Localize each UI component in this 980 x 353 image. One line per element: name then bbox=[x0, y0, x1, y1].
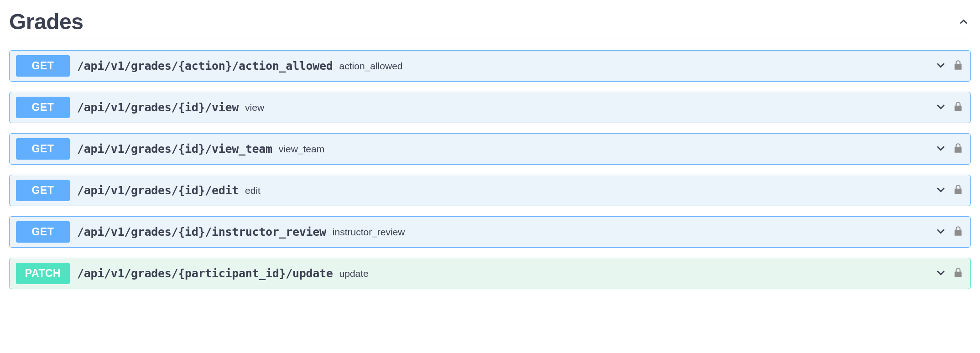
endpoint-path: /api/v1/grades/{id}/instructor_review bbox=[77, 225, 326, 239]
endpoint-row[interactable]: GET/api/v1/grades/{action}/action_allowe… bbox=[9, 50, 971, 82]
endpoint-path: /api/v1/grades/{action}/action_allowed bbox=[77, 59, 333, 73]
endpoint-path: /api/v1/grades/{id}/view bbox=[77, 101, 239, 114]
method-badge: GET bbox=[16, 97, 70, 118]
unlock-icon[interactable] bbox=[952, 267, 964, 280]
method-badge: GET bbox=[16, 138, 70, 160]
section-title: Grades bbox=[9, 9, 83, 34]
endpoint-path: /api/v1/grades/{id}/edit bbox=[77, 184, 239, 197]
endpoint-description: edit bbox=[245, 185, 261, 196]
chevron-down-icon[interactable] bbox=[934, 183, 948, 198]
unlock-icon[interactable] bbox=[952, 142, 964, 156]
endpoint-path: /api/v1/grades/{participant_id}/update bbox=[77, 267, 333, 280]
endpoint-path: /api/v1/grades/{id}/view_team bbox=[77, 142, 272, 156]
unlock-icon[interactable] bbox=[952, 101, 964, 114]
section-header[interactable]: Grades bbox=[9, 9, 971, 40]
endpoint-description: view bbox=[245, 102, 264, 113]
endpoint-description: view_team bbox=[279, 144, 324, 155]
endpoint-description: instructor_review bbox=[333, 227, 405, 238]
unlock-icon[interactable] bbox=[952, 225, 964, 239]
method-badge: GET bbox=[16, 180, 70, 201]
endpoint-row[interactable]: PATCH/api/v1/grades/{participant_id}/upd… bbox=[9, 258, 971, 289]
endpoint-row[interactable]: GET/api/v1/grades/{id}/editedit bbox=[9, 175, 971, 206]
endpoint-actions bbox=[934, 58, 964, 74]
endpoint-description: update bbox=[339, 268, 369, 279]
chevron-down-icon[interactable] bbox=[934, 224, 948, 240]
chevron-down-icon[interactable] bbox=[934, 100, 948, 115]
endpoint-row[interactable]: GET/api/v1/grades/{id}/instructor_review… bbox=[9, 216, 971, 248]
method-badge: GET bbox=[16, 221, 70, 243]
endpoint-actions bbox=[934, 224, 964, 240]
endpoint-row[interactable]: GET/api/v1/grades/{id}/viewview bbox=[9, 92, 971, 123]
unlock-icon[interactable] bbox=[952, 184, 964, 197]
chevron-up-icon bbox=[956, 15, 971, 29]
endpoint-actions bbox=[934, 100, 964, 115]
chevron-down-icon[interactable] bbox=[934, 141, 948, 157]
endpoint-actions bbox=[934, 266, 964, 281]
chevron-down-icon[interactable] bbox=[934, 266, 948, 281]
endpoint-row[interactable]: GET/api/v1/grades/{id}/view_teamview_tea… bbox=[9, 133, 971, 165]
unlock-icon[interactable] bbox=[952, 59, 964, 73]
chevron-down-icon[interactable] bbox=[934, 58, 948, 74]
endpoint-description: action_allowed bbox=[339, 61, 403, 72]
endpoint-actions bbox=[934, 183, 964, 198]
endpoint-actions bbox=[934, 141, 964, 157]
method-badge: PATCH bbox=[16, 263, 70, 284]
method-badge: GET bbox=[16, 55, 70, 77]
endpoints-list: GET/api/v1/grades/{action}/action_allowe… bbox=[9, 50, 971, 289]
